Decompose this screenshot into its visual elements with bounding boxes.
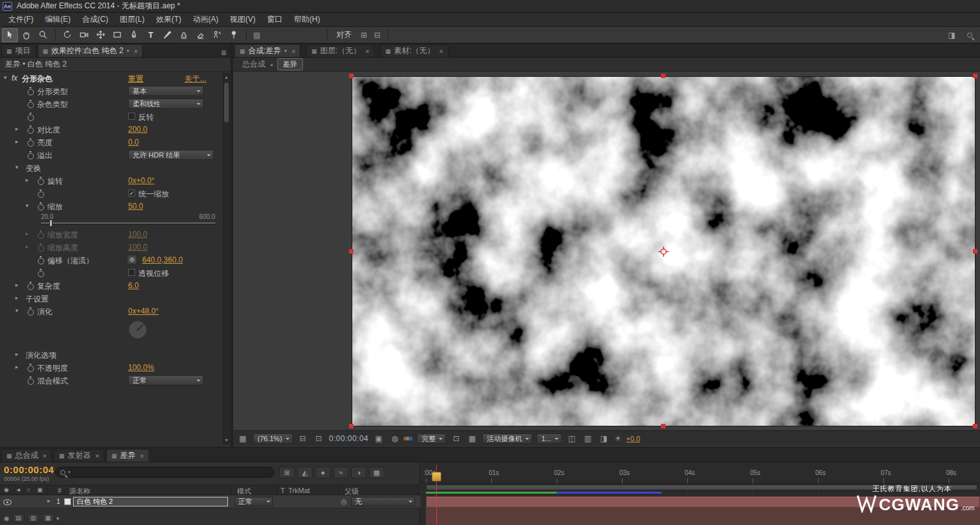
layer-handle-mid-right[interactable] [973,249,977,254]
view-options-icon[interactable]: ▦ [237,434,249,443]
reset-link[interactable]: 重置 [128,74,143,85]
time-ruler[interactable]: :00s 01s 02s 03s 04s 05s 06s 07s 08s [421,462,980,483]
stopwatch-icon[interactable] [27,151,34,159]
overflow-dropdown[interactable]: 允许 HDR 结果 [128,150,214,160]
breadcrumb-root[interactable]: 总合成 [242,59,265,70]
search-workspace-icon[interactable] [963,29,976,42]
mask-visibility-icon[interactable]: ⊡ [313,434,325,443]
twirl-icon[interactable]: ▾ [15,307,19,314]
close-icon[interactable]: × [291,47,295,55]
align-horizontal-icon[interactable]: ⊞ [357,29,370,42]
layer-row[interactable]: ▸ 1 白色 纯色 2 正常 ◎ 无 [0,496,420,508]
panel-menu-icon[interactable]: ≣ [221,49,231,57]
layer-visibility-icon[interactable] [3,499,12,506]
stopwatch-icon[interactable] [37,177,44,184]
chevron-down-icon[interactable]: ▾ [284,48,287,54]
twirl-icon[interactable]: ▸ [15,351,19,357]
noise-type-dropdown[interactable]: 柔和线性 [128,99,204,109]
layer-handle-bottom-right[interactable] [973,424,977,428]
twirl-icon[interactable]: ▸ [15,295,19,301]
timeline-search-input[interactable]: ▾ [55,467,274,478]
close-icon[interactable]: × [439,47,443,55]
close-icon[interactable]: × [140,452,143,460]
scroll-up-icon[interactable]: ▴ [224,74,229,80]
twirl-icon[interactable]: ▸ [15,282,19,288]
transparency-grid-icon[interactable]: ▦ [466,434,478,443]
prop-value[interactable]: 200.0 [128,125,147,134]
timeline-jump-icon[interactable]: ◨ [598,434,610,443]
current-timecode[interactable]: 0:00:00:04 [4,464,54,475]
expand-in-out-columns-icon[interactable]: ▦ [42,513,54,522]
tab-project[interactable]: ▦ 项目 [1,44,36,57]
frame-blending-icon[interactable]: ≈ [333,467,348,478]
stopwatch-icon[interactable] [27,307,34,315]
fractal-type-dropdown[interactable]: 基本 [128,86,204,96]
scrollbar-thumb[interactable] [224,83,229,122]
rotation-tool[interactable] [60,28,76,42]
parent-column-header[interactable]: 父级 [345,487,359,496]
close-icon[interactable]: × [365,47,369,55]
blend-mode-dropdown[interactable]: 正常 [128,375,204,385]
tab-composition[interactable]: ▦ 合成:差异 ▾ × [234,44,300,57]
layer-name[interactable]: 白色 纯色 2 [73,497,228,506]
expand-icon[interactable]: ▸ [57,515,60,521]
effect-controls-scrollbar[interactable]: ▴ ▾ [223,73,230,444]
expand-transfer-controls-icon[interactable]: ▥ [28,513,39,522]
pan-behind-tool[interactable] [93,28,109,42]
layer-parent-dropdown[interactable]: 无 [351,497,415,506]
prop-value[interactable]: 640.0,360.0 [142,255,183,264]
layer-handle-top-right[interactable] [973,74,977,78]
stopwatch-icon[interactable] [27,282,34,289]
resolution-dropdown[interactable]: 完整 [417,433,446,444]
pixel-aspect-icon[interactable]: ◫ [566,434,578,443]
mode-column-header[interactable]: 模式 [237,487,251,496]
stopwatch-icon[interactable] [37,269,44,277]
layer-handle-mid-left[interactable] [349,249,354,254]
tab-comp-difference[interactable]: ▦ 差异 × [106,449,149,462]
twirl-icon[interactable]: ▸ [15,364,19,370]
layer-label-swatch[interactable] [64,498,71,505]
scale-slider[interactable] [41,222,215,224]
tab-effect-controls[interactable]: ▦ 效果控件:白色 纯色 2 ▾ × [38,44,143,57]
menu-layer[interactable]: 图层(L) [114,13,151,26]
brush-tool[interactable] [159,28,176,42]
menu-view[interactable]: 视图(V) [224,13,261,26]
about-link[interactable]: 关于... [184,74,206,85]
hand-tool[interactable] [19,28,35,42]
menu-window[interactable]: 窗口 [261,13,288,26]
workspace-icon[interactable]: ▤ [250,29,263,42]
tab-footage[interactable]: ▦ 素材:（无） × [380,44,448,57]
show-channels-icon[interactable] [405,437,412,440]
composition-marker-icon[interactable]: ◉ [4,515,10,522]
pen-tool[interactable] [126,28,142,42]
stopwatch-icon[interactable] [27,364,34,371]
stopwatch-icon[interactable] [37,190,44,197]
layer-handle-top-center[interactable] [661,74,666,78]
menu-file[interactable]: 文件(F) [3,13,39,26]
menu-effect[interactable]: 效果(T) [151,13,187,26]
menu-composition[interactable]: 合成(C) [76,13,114,26]
effect-name[interactable]: 分形杂色 [22,74,53,85]
tab-layer[interactable]: ▦ 图层:（无） × [306,44,374,57]
chevron-down-icon[interactable]: ▾ [68,469,70,475]
prop-value[interactable]: 100.0% [128,363,154,372]
clone-stamp-tool[interactable] [176,28,192,42]
menu-animation[interactable]: 动画(A) [187,13,224,26]
evolution-dial[interactable] [127,319,149,341]
puppet-pin-tool[interactable] [226,28,242,42]
prop-value[interactable]: 6.0 [128,281,139,290]
twirl-icon[interactable]: ▾ [15,164,19,170]
prop-value[interactable]: 0x+48.0° [128,307,159,316]
viewer-timecode[interactable]: 0:00:00:04 [329,434,369,443]
perspective-offset-checkbox[interactable] [128,269,135,276]
expand-layer-switches-icon[interactable]: ▤ [13,513,24,522]
show-snapshot-icon[interactable]: ◍ [389,434,400,443]
stopwatch-icon[interactable] [37,202,44,210]
stopwatch-icon[interactable] [27,113,34,120]
safe-zones-icon[interactable]: ⊟ [297,434,309,443]
invert-checkbox[interactable] [128,113,135,120]
tab-comp-emitter[interactable]: ▦ 发射器 × [54,449,104,462]
rectangle-tool[interactable] [110,28,126,42]
stopwatch-icon[interactable] [27,100,34,108]
stopwatch-icon[interactable] [27,376,34,384]
